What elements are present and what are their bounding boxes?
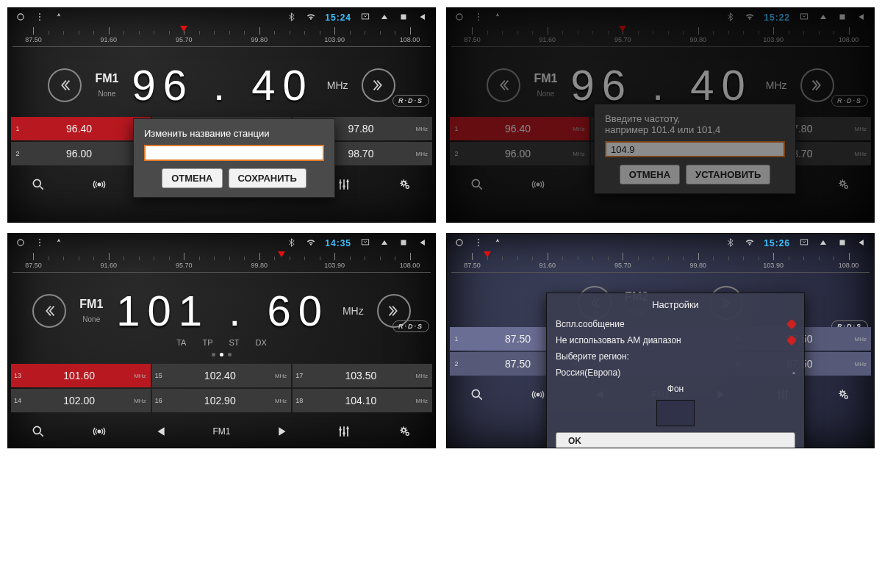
back-icon[interactable]	[856, 237, 867, 250]
preset-unit: MHz	[573, 126, 589, 132]
dialog-input[interactable]	[605, 141, 785, 157]
tuning-marker[interactable]	[278, 251, 285, 257]
cancel-button[interactable]: ОТМЕНА	[620, 165, 680, 184]
next-button[interactable]	[276, 424, 291, 439]
seek-up-button[interactable]	[362, 68, 395, 102]
rds-badge[interactable]: R·D·S	[831, 95, 868, 107]
rds-badge[interactable]: R·D·S	[392, 95, 429, 107]
back-icon[interactable]	[417, 237, 428, 250]
equalizer-button[interactable]	[337, 177, 351, 192]
cast-icon[interactable]	[799, 12, 809, 24]
radio-panel-1: 15:2487.5091.6095.7099.80103.90108.00FM1…	[7, 7, 436, 223]
bluetooth-icon	[725, 12, 736, 24]
frequency-ruler[interactable]: 87.5091.6095.7099.80103.90108.00	[12, 27, 431, 47]
circle-icon[interactable]	[15, 237, 26, 250]
cast-icon[interactable]	[360, 12, 370, 24]
tuning-marker[interactable]	[484, 251, 491, 257]
tuning-marker[interactable]	[619, 26, 626, 32]
ruler-label: 95.70	[614, 262, 631, 269]
seek-down-button[interactable]	[48, 68, 82, 102]
stop-icon[interactable]	[837, 12, 847, 24]
seek-down-button[interactable]	[32, 294, 66, 328]
wifi-icon	[745, 237, 755, 250]
preset-slot[interactable]: 196.40MHz	[11, 117, 151, 140]
ruler-label: 87.50	[464, 36, 481, 43]
svg-point-13	[456, 13, 462, 19]
cast-icon[interactable]	[360, 237, 370, 250]
preset-slot[interactable]: 16102.90MHz	[152, 389, 292, 412]
scan-button[interactable]	[531, 387, 545, 402]
stop-icon[interactable]	[398, 237, 409, 250]
page-dots[interactable]	[8, 353, 435, 356]
preset-slot[interactable]: 13101.60MHz	[11, 364, 151, 387]
band-label: FM1	[534, 72, 557, 85]
stop-icon[interactable]	[837, 237, 847, 250]
setting-region-select[interactable]: Россия(Европа)-	[556, 365, 795, 381]
settings-button[interactable]	[398, 424, 412, 439]
preset-slot[interactable]: 14102.00MHz	[11, 389, 151, 412]
compass-icon[interactable]	[54, 237, 64, 250]
cast-icon[interactable]	[799, 237, 809, 250]
scan-button[interactable]	[531, 177, 545, 192]
preset-slot[interactable]: 296.00MHz	[450, 142, 589, 165]
equalizer-button[interactable]	[337, 424, 351, 439]
circle-icon[interactable]	[15, 12, 26, 24]
preset-slot[interactable]: 15102.40MHz	[152, 364, 292, 387]
seek-down-button[interactable]	[487, 68, 520, 102]
search-button[interactable]	[470, 177, 484, 192]
input-dialog: Введите частоту, например 101.4 или 101,…	[594, 104, 796, 194]
preset-frequency: 102.40	[165, 370, 275, 381]
more-icon[interactable]	[473, 237, 484, 250]
search-button[interactable]	[31, 177, 46, 192]
eject-icon[interactable]	[379, 237, 390, 250]
settings-button[interactable]	[836, 177, 851, 192]
status-bar: 14:35	[8, 234, 435, 253]
svg-point-50	[841, 392, 845, 395]
ruler-label: 108.00	[839, 262, 859, 269]
compass-icon[interactable]	[54, 12, 64, 24]
compass-icon[interactable]	[492, 237, 503, 250]
search-button[interactable]	[470, 387, 484, 402]
svg-point-29	[39, 245, 40, 246]
rds-badge[interactable]: R·D·S	[392, 320, 429, 332]
confirm-button[interactable]: СОХРАНИТЬ	[229, 168, 306, 188]
frequency-ruler[interactable]: 87.5091.6095.7099.80103.90108.00	[451, 253, 870, 273]
setting-popup-toggle[interactable]: Вспл.сообщение	[556, 316, 795, 332]
seek-up-button[interactable]	[800, 68, 834, 102]
preset-slot[interactable]: 18104.10MHz	[293, 389, 432, 412]
ok-button[interactable]: OK	[556, 432, 795, 448]
more-icon[interactable]	[35, 12, 45, 24]
scan-button[interactable]	[92, 424, 107, 439]
back-icon[interactable]	[856, 12, 867, 24]
circle-icon[interactable]	[454, 237, 465, 250]
prev-button[interactable]	[152, 424, 167, 439]
scan-button[interactable]	[92, 177, 107, 192]
background-swatch[interactable]	[656, 400, 695, 426]
tuning-marker[interactable]	[180, 26, 187, 32]
settings-button[interactable]	[398, 177, 412, 192]
more-icon[interactable]	[35, 237, 45, 250]
stop-icon[interactable]	[398, 12, 409, 24]
svg-point-24	[841, 182, 845, 185]
dialog-input[interactable]	[144, 145, 324, 161]
preset-slot[interactable]: 296.00MHz	[11, 142, 151, 165]
circle-icon[interactable]	[454, 12, 465, 24]
more-icon[interactable]	[473, 12, 484, 24]
eject-icon[interactable]	[379, 12, 390, 24]
eject-icon[interactable]	[818, 237, 828, 250]
preset-slot[interactable]: 196.40MHz	[450, 117, 589, 140]
compass-icon[interactable]	[492, 12, 503, 24]
confirm-button[interactable]: УСТАНОВИТЬ	[686, 165, 770, 184]
cancel-button[interactable]: ОТМЕНА	[162, 168, 222, 188]
frequency-ruler[interactable]: 87.5091.6095.7099.80103.90108.00	[451, 27, 870, 47]
preset-slot[interactable]: 17103.50MHz	[293, 364, 432, 387]
frequency-ruler[interactable]: 87.5091.6095.7099.80103.90108.00	[12, 253, 431, 273]
eject-icon[interactable]	[818, 12, 828, 24]
preset-unit: MHz	[416, 151, 432, 157]
settings-button[interactable]	[836, 387, 851, 402]
setting-no-am-toggle[interactable]: Не использовать АМ диапазон	[556, 332, 795, 348]
back-icon[interactable]	[417, 12, 428, 24]
search-button[interactable]	[31, 424, 46, 439]
input-dialog: Изменить название станцииОТМЕНАСОХРАНИТЬ	[133, 118, 335, 198]
band-button[interactable]: FM1	[212, 426, 230, 437]
